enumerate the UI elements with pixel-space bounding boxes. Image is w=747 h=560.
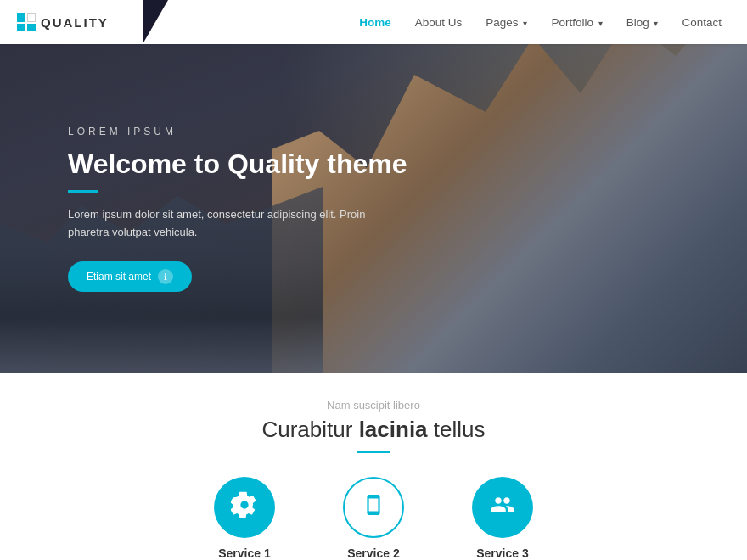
chevron-down-icon: ▾ bbox=[523, 19, 527, 28]
mobile-icon bbox=[362, 491, 385, 524]
nav-item-contact[interactable]: Contact bbox=[682, 14, 722, 30]
chevron-down-icon: ▾ bbox=[598, 19, 603, 28]
hero-section: LOREM IPSUM Welcome to Quality theme Lor… bbox=[0, 0, 747, 373]
hero-description: Lorem ipsum dolor sit amet, consectetur … bbox=[68, 206, 390, 242]
hero-cta-button[interactable]: Etiam sit amet ℹ bbox=[68, 261, 192, 292]
group-icon bbox=[487, 492, 518, 524]
nav-item-portfolio[interactable]: Portfolio ▾ bbox=[551, 14, 602, 30]
gear-icon bbox=[231, 491, 258, 524]
hero-divider bbox=[68, 190, 98, 193]
service-item-2: Service 2 bbox=[343, 477, 404, 560]
brand-name: QUALITY bbox=[41, 15, 109, 30]
services-section: Nam suscipit libero Curabitur lacinia te… bbox=[0, 373, 747, 560]
nav-link-blog[interactable]: Blog ▾ bbox=[626, 16, 659, 29]
nav-link-home[interactable]: Home bbox=[359, 16, 391, 29]
section-title: Curabitur lacinia tellus bbox=[261, 417, 485, 443]
nav-item-blog[interactable]: Blog ▾ bbox=[626, 14, 659, 30]
service-1-label: Service 1 bbox=[218, 546, 271, 560]
nav-links: Home About Us Pages ▾ Portfolio ▾ Blog ▾… bbox=[359, 14, 747, 30]
hero-title: Welcome to Quality theme bbox=[68, 148, 747, 180]
info-icon: ℹ bbox=[158, 269, 173, 284]
hero-button-label: Etiam sit amet bbox=[87, 271, 151, 283]
service-item-3: Service 3 bbox=[472, 477, 533, 560]
section-eyebrow: Nam suscipit libero bbox=[327, 399, 420, 412]
nav-link-portfolio[interactable]: Portfolio ▾ bbox=[551, 16, 602, 29]
service-3-label: Service 3 bbox=[476, 546, 529, 560]
nav-item-home[interactable]: Home bbox=[359, 14, 391, 30]
navbar: QUALITY Home About Us Pages ▾ Portfolio … bbox=[0, 0, 747, 44]
services-grid: Service 1 Service 2 Service 3 bbox=[0, 477, 747, 560]
chevron-down-icon: ▾ bbox=[654, 19, 658, 28]
brand: QUALITY bbox=[0, 13, 153, 31]
service-1-icon-wrap bbox=[214, 477, 275, 538]
brand-logo-icon bbox=[17, 13, 36, 31]
service-2-icon-wrap bbox=[343, 477, 404, 538]
hero-content: LOREM IPSUM Welcome to Quality theme Lor… bbox=[0, 44, 747, 373]
nav-item-about[interactable]: About Us bbox=[415, 14, 463, 30]
hero-eyebrow: LOREM IPSUM bbox=[68, 126, 747, 137]
section-divider bbox=[357, 451, 390, 453]
service-item-1: Service 1 bbox=[214, 477, 275, 560]
nav-link-about[interactable]: About Us bbox=[415, 16, 463, 29]
service-3-icon-wrap bbox=[472, 477, 533, 538]
nav-item-pages[interactable]: Pages ▾ bbox=[486, 14, 527, 30]
nav-link-pages[interactable]: Pages ▾ bbox=[486, 16, 527, 29]
service-2-label: Service 2 bbox=[347, 546, 400, 560]
nav-link-contact[interactable]: Contact bbox=[682, 16, 722, 29]
